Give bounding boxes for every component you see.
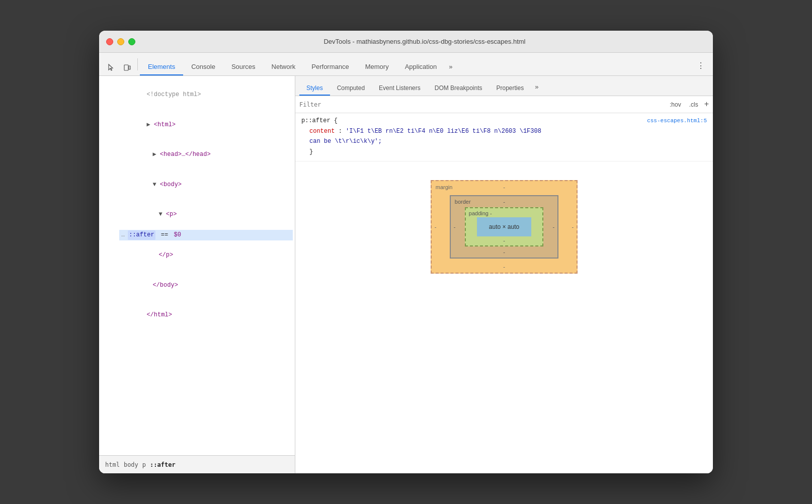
right-panel: Styles Computed Event Listeners DOM Brea…	[295, 76, 713, 473]
tab-console[interactable]: Console	[183, 58, 223, 75]
window-title: DevTools - mathiasbynens.github.io/css-d…	[143, 38, 706, 45]
devtools-body: Elements Console Sources Network Perform…	[99, 53, 713, 473]
main-content: <!doctype html> ▶ <html> ▶ <head>…</head…	[99, 76, 713, 473]
breadcrumb-after[interactable]: ::after	[150, 461, 176, 468]
border-top[interactable]: -	[503, 199, 505, 205]
margin-left[interactable]: -	[435, 224, 437, 230]
right-tab-styles[interactable]: Styles	[299, 80, 330, 96]
svg-rect-0	[124, 65, 128, 70]
breadcrumb-html[interactable]: html	[105, 461, 120, 468]
filter-bar: :hov .cls +	[295, 96, 713, 113]
filter-buttons: :hov .cls +	[668, 100, 709, 109]
margin-right[interactable]: -	[572, 224, 574, 230]
devtools-window: DevTools - mathiasbynens.github.io/css-d…	[99, 31, 713, 473]
border-left[interactable]: -	[454, 224, 456, 230]
traffic-lights	[106, 38, 135, 45]
dom-line-p-close[interactable]: </p>	[113, 240, 293, 271]
breadcrumb-body[interactable]: body	[124, 461, 138, 468]
dom-line-html[interactable]: ▶ <html>	[101, 110, 293, 140]
css-selector-line: p::after { css-escapes.html:5	[301, 117, 707, 124]
devtools-menu-button[interactable]: ⋮	[693, 56, 709, 75]
dom-line-doctype[interactable]: <!doctype html>	[101, 80, 293, 110]
right-tab-event-listeners[interactable]: Event Listeners	[372, 80, 428, 96]
border-label: border	[455, 199, 471, 205]
breadcrumb-bar: html body p ::after	[99, 455, 295, 473]
device-toolbar-button[interactable]	[119, 59, 135, 75]
margin-bottom[interactable]: -	[503, 264, 505, 270]
border-bottom[interactable]: -	[503, 249, 505, 255]
padding-label: padding -	[469, 210, 492, 216]
bm-content: auto × auto	[477, 217, 531, 236]
tab-application[interactable]: Application	[397, 58, 445, 75]
tab-performance[interactable]: Performance	[303, 58, 357, 75]
hov-button[interactable]: :hov	[668, 100, 683, 109]
toolbar-separator	[137, 58, 138, 70]
right-tabs-overflow[interactable]: »	[531, 78, 542, 96]
right-tab-properties[interactable]: Properties	[489, 80, 531, 96]
css-prop-value-cont: can be \t\r\ic\k\y';	[309, 138, 382, 145]
right-tabs: Styles Computed Event Listeners DOM Brea…	[295, 76, 713, 96]
breadcrumb-p[interactable]: p	[142, 461, 146, 468]
tab-memory[interactable]: Memory	[357, 58, 397, 75]
tab-sources[interactable]: Sources	[223, 58, 264, 75]
padding-bottom[interactable]: -	[503, 237, 505, 243]
tabs-overflow-button[interactable]: »	[445, 58, 456, 75]
bm-border: border - - - - padding - -	[450, 195, 558, 259]
css-property-value2: can be \t\r\ic\k\y';	[301, 136, 707, 146]
margin-top[interactable]: -	[503, 184, 505, 190]
styles-content: p::after { css-escapes.html:5 content : …	[295, 113, 713, 473]
dom-line-html-close[interactable]: </html>	[101, 300, 293, 330]
right-tab-computed[interactable]: Computed	[330, 80, 372, 96]
right-tab-dom-breakpoints[interactable]: DOM Breakpoints	[428, 80, 490, 96]
css-prop-name: content	[309, 128, 335, 135]
css-close-brace: }	[301, 147, 707, 157]
css-selector: p::after {	[301, 117, 338, 124]
maximize-button[interactable]	[128, 38, 135, 45]
css-source[interactable]: css-escapes.html:5	[647, 118, 707, 124]
dom-line-after[interactable]: … ::after == $0	[119, 230, 293, 240]
bm-margin: margin - - - - border - - -	[431, 180, 578, 274]
tabs-bar: Elements Console Sources Network Perform…	[99, 53, 713, 76]
tab-network[interactable]: Network	[264, 58, 304, 75]
css-property-line: content : 'I\F1 t\EB rn\E2 ti\F4 n\E0 li…	[301, 126, 707, 136]
margin-label: margin	[436, 184, 453, 190]
css-prop-value: 'I\F1 t\EB rn\E2 ti\F4 n\E0 liz\E6 ti\F8…	[346, 128, 541, 135]
dom-line-body-close[interactable]: </body>	[107, 271, 293, 301]
box-model-area: margin - - - - border - - -	[295, 161, 713, 292]
border-right[interactable]: -	[553, 224, 555, 230]
minimize-button[interactable]	[117, 38, 124, 45]
dom-tree: <!doctype html> ▶ <html> ▶ <head>…</head…	[99, 76, 295, 455]
left-panel: <!doctype html> ▶ <html> ▶ <head>…</head…	[99, 76, 295, 473]
filter-input[interactable]	[299, 101, 668, 108]
content-size[interactable]: auto × auto	[489, 223, 519, 230]
svg-rect-1	[129, 66, 130, 69]
dom-line-body[interactable]: ▼ <body>	[107, 170, 293, 200]
dom-line-head[interactable]: ▶ <head>…</head>	[107, 140, 293, 170]
titlebar: DevTools - mathiasbynens.github.io/css-d…	[99, 31, 713, 53]
css-rule-block: p::after { css-escapes.html:5 content : …	[295, 113, 713, 161]
cursor-tool-button[interactable]	[103, 59, 119, 75]
cls-button[interactable]: .cls	[687, 100, 700, 109]
tab-elements[interactable]: Elements	[140, 58, 183, 75]
dom-line-p[interactable]: ▼ <p>	[113, 200, 293, 230]
add-style-button[interactable]: +	[704, 100, 709, 109]
box-model: margin - - - - border - - -	[431, 180, 578, 274]
close-button[interactable]	[106, 38, 113, 45]
bm-padding: padding - - auto × auto	[465, 207, 543, 246]
